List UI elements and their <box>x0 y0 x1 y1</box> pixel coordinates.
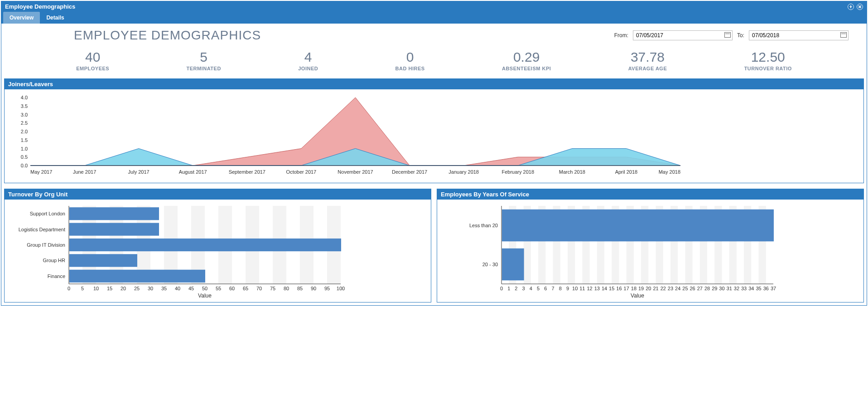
svg-text:60: 60 <box>229 286 235 291</box>
svg-text:1: 1 <box>507 286 510 291</box>
svg-text:Group HR: Group HR <box>43 258 65 263</box>
svg-text:6: 6 <box>544 286 547 291</box>
svg-text:1.5: 1.5 <box>21 137 28 143</box>
svg-text:29: 29 <box>712 286 717 291</box>
svg-text:Finance: Finance <box>48 273 65 279</box>
svg-text:25: 25 <box>134 286 140 291</box>
svg-text:75: 75 <box>270 286 275 291</box>
page-title: EMPLOYEE DEMOGRAPHICS <box>74 28 261 43</box>
metric-value: 5 <box>187 49 221 65</box>
tab-overview[interactable]: Overview <box>3 12 40 24</box>
titlebar: Employee Demographics <box>1 1 867 12</box>
svg-text:2: 2 <box>515 286 517 291</box>
metric-value: 40 <box>76 49 109 65</box>
date-range: From: To: <box>614 30 849 40</box>
from-date-input[interactable] <box>633 30 733 40</box>
metric: 0.29ABSENTEEISM KPI <box>502 49 551 71</box>
metric-label: AVERAGE AGE <box>628 66 667 71</box>
metric-label: BAD HIRES <box>395 66 425 71</box>
svg-text:7: 7 <box>551 286 554 291</box>
svg-text:16: 16 <box>616 286 622 291</box>
panel-title: Employees By Years Of Service <box>437 189 863 200</box>
svg-text:December 2017: December 2017 <box>392 169 427 175</box>
svg-text:50: 50 <box>202 286 207 291</box>
svg-text:90: 90 <box>311 286 316 291</box>
metric: 4JOINED <box>298 49 318 71</box>
turnover-panel: Turnover By Org Unit Support LondonLogis… <box>4 189 431 302</box>
metric-label: EMPLOYEES <box>76 66 109 71</box>
svg-text:65: 65 <box>243 286 248 291</box>
svg-text:100: 100 <box>337 286 345 291</box>
metric: 12.50TURNOVER RATIO <box>744 49 792 71</box>
metric-label: TERMINATED <box>187 66 221 71</box>
content: EMPLOYEE DEMOGRAPHICS From: To: 40EMPLOY… <box>1 24 867 305</box>
close-icon[interactable] <box>857 4 863 10</box>
svg-text:0.5: 0.5 <box>21 154 28 160</box>
svg-text:27: 27 <box>697 286 703 291</box>
svg-text:28: 28 <box>704 286 710 291</box>
metric-label: TURNOVER RATIO <box>744 66 792 71</box>
svg-text:14: 14 <box>602 286 607 291</box>
svg-text:1.0: 1.0 <box>21 146 28 151</box>
svg-text:80: 80 <box>284 286 289 291</box>
to-label: To: <box>737 32 744 39</box>
svg-text:26: 26 <box>690 286 695 291</box>
joiners-chart-body: 0.00.51.01.52.02.53.03.54.0May 2017June … <box>5 89 863 183</box>
svg-text:18: 18 <box>631 286 637 291</box>
svg-text:25: 25 <box>682 286 688 291</box>
panel-title: Turnover By Org Unit <box>5 189 431 200</box>
svg-text:March 2018: March 2018 <box>559 169 585 175</box>
svg-text:23: 23 <box>668 286 673 291</box>
svg-text:9: 9 <box>566 286 569 291</box>
svg-text:85: 85 <box>297 286 303 291</box>
svg-text:37: 37 <box>771 286 776 291</box>
svg-text:12: 12 <box>587 286 592 291</box>
svg-text:Group IT Division: Group IT Division <box>27 242 65 248</box>
svg-text:0.0: 0.0 <box>21 163 28 168</box>
svg-text:31: 31 <box>727 286 732 291</box>
svg-text:20: 20 <box>646 286 651 291</box>
svg-text:Value: Value <box>631 293 644 298</box>
svg-text:Support London: Support London <box>30 211 65 216</box>
svg-text:0: 0 <box>500 286 503 291</box>
svg-text:September 2017: September 2017 <box>229 169 265 175</box>
svg-rect-39 <box>69 254 137 267</box>
metric-label: JOINED <box>298 66 318 71</box>
svg-text:January 2018: January 2018 <box>448 169 479 175</box>
metric-value: 0.29 <box>502 49 551 65</box>
svg-text:35: 35 <box>756 286 761 291</box>
svg-text:June 2017: June 2017 <box>73 169 96 175</box>
svg-text:Less than 20: Less than 20 <box>469 223 498 228</box>
svg-text:3: 3 <box>522 286 525 291</box>
svg-text:May 2018: May 2018 <box>659 169 680 175</box>
calendar-icon[interactable] <box>840 32 847 38</box>
years-panel: Employees By Years Of Service Less than … <box>437 189 864 302</box>
svg-text:70: 70 <box>256 286 262 291</box>
metric: 40EMPLOYEES <box>76 49 109 71</box>
metric-label: ABSENTEEISM KPI <box>502 66 551 71</box>
svg-text:11: 11 <box>579 286 585 291</box>
to-date-input[interactable] <box>749 30 849 40</box>
svg-rect-35 <box>69 223 159 235</box>
svg-text:0: 0 <box>68 286 70 291</box>
metric-value: 0 <box>395 49 425 65</box>
svg-text:95: 95 <box>324 286 330 291</box>
svg-text:10: 10 <box>93 286 99 291</box>
svg-text:2.0: 2.0 <box>21 129 28 134</box>
years-chart-body: Less than 2020 - 30012345678910111213141… <box>437 200 863 302</box>
svg-text:13: 13 <box>594 286 600 291</box>
calendar-icon[interactable] <box>724 32 731 38</box>
tabs: Overview Details <box>1 12 867 24</box>
from-label: From: <box>614 32 628 39</box>
svg-text:4.0: 4.0 <box>21 95 28 100</box>
header-row: EMPLOYEE DEMOGRAPHICS From: To: <box>1 24 867 43</box>
svg-text:21: 21 <box>653 286 658 291</box>
svg-text:15: 15 <box>609 286 614 291</box>
svg-text:August 2017: August 2017 <box>179 169 207 175</box>
svg-text:3.0: 3.0 <box>21 112 28 117</box>
joiners-leavers-chart: 0.00.51.01.52.02.53.03.54.0May 2017June … <box>10 93 685 179</box>
tab-details[interactable]: Details <box>40 12 70 24</box>
svg-text:3.5: 3.5 <box>21 103 28 109</box>
svg-text:30: 30 <box>148 286 153 291</box>
maximize-icon[interactable] <box>848 4 854 10</box>
